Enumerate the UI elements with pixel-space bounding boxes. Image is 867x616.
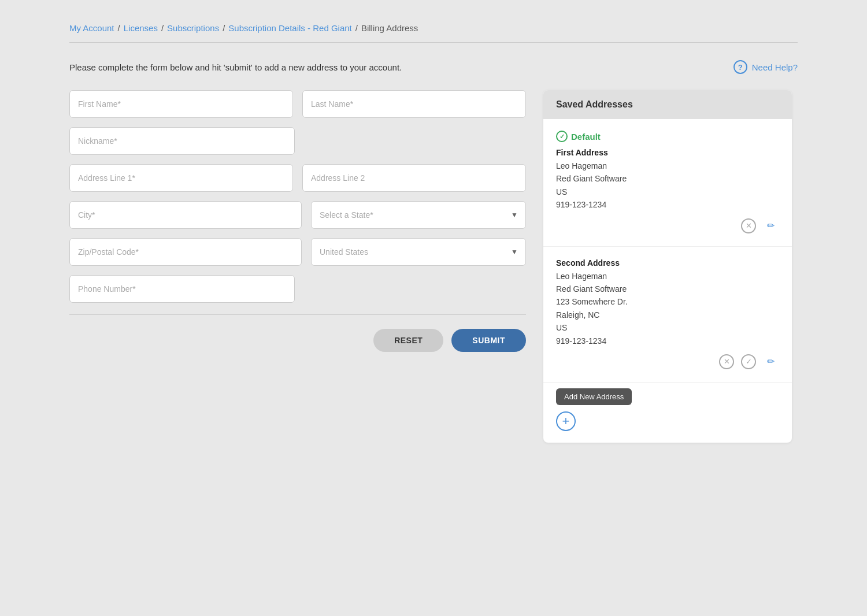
delete-icon-2: ✕ <box>719 354 734 369</box>
reset-button[interactable]: RESET <box>373 329 443 352</box>
address-row <box>69 164 526 192</box>
address-1-country: US <box>556 185 779 198</box>
address-2-delete-button[interactable]: ✕ <box>718 353 735 370</box>
add-new-wrapper: Add New Address + <box>543 383 792 443</box>
add-new-address-button[interactable]: + <box>556 411 576 431</box>
address-card-1: ✓ Default First Address Leo Hageman Red … <box>543 119 792 247</box>
breadcrumb-divider <box>69 42 798 43</box>
address-2-city: Raleigh, NC <box>556 309 779 321</box>
country-wrapper: United States ▼ <box>311 238 526 266</box>
address-2-company: Red Giant Software <box>556 283 779 295</box>
add-circle-icon: + <box>556 411 576 431</box>
phone-input[interactable] <box>69 275 295 303</box>
address-2-name: Second Address <box>556 258 779 268</box>
zip-country-row: United States ▼ <box>69 238 526 266</box>
need-help-button[interactable]: ? Need Help? <box>733 60 798 74</box>
address1-input[interactable] <box>69 164 293 192</box>
state-wrapper: Select a State* ▼ <box>311 201 526 229</box>
breadcrumb-sep-3: / <box>223 23 225 33</box>
address-1-name: First Address <box>556 148 779 157</box>
description-row: Please complete the form below and hit '… <box>69 60 798 74</box>
address-2-person: Leo Hageman <box>556 270 779 283</box>
address-1-edit-button[interactable]: ✏ <box>762 217 779 235</box>
address-1-company: Red Giant Software <box>556 172 779 185</box>
help-icon: ? <box>733 60 747 74</box>
address-2-edit-button[interactable]: ✏ <box>762 353 779 370</box>
address-1-phone: 919-123-1234 <box>556 198 779 211</box>
saved-addresses-header: Saved Addresses <box>543 90 792 119</box>
main-layout: Select a State* ▼ United States ▼ <box>69 90 798 443</box>
form-divider <box>69 314 526 315</box>
breadcrumb-sep-2: / <box>161 23 164 33</box>
nickname-row <box>69 127 295 155</box>
default-label: Default <box>571 132 601 142</box>
saved-addresses-panel: Saved Addresses ✓ Default First Address … <box>543 90 792 443</box>
delete-icon: ✕ <box>741 218 756 233</box>
form-buttons: RESET SUBMIT <box>69 329 526 352</box>
breadcrumb-subscription-details[interactable]: Subscription Details - Red Giant <box>228 23 351 33</box>
city-state-row: Select a State* ▼ <box>69 201 526 229</box>
add-new-tooltip: Add New Address <box>556 388 632 405</box>
breadcrumb: My Account / Licenses / Subscriptions / … <box>69 23 798 33</box>
city-input[interactable] <box>69 201 302 229</box>
address-1-actions: ✕ ✏ <box>556 217 779 235</box>
state-select[interactable]: Select a State* <box>311 201 526 229</box>
need-help-label: Need Help? <box>752 62 798 72</box>
address-2-street: 123 Somewhere Dr. <box>556 295 779 308</box>
set-default-icon: ✓ <box>741 354 756 369</box>
default-badge: ✓ Default <box>556 131 779 142</box>
form-description: Please complete the form below and hit '… <box>69 62 402 72</box>
address-card-2: Second Address Leo Hageman Red Giant Sof… <box>543 247 792 383</box>
last-name-input[interactable] <box>302 90 526 118</box>
address-2-country: US <box>556 321 779 334</box>
breadcrumb-subscriptions[interactable]: Subscriptions <box>167 23 219 33</box>
address-2-set-default-button[interactable]: ✓ <box>740 353 757 370</box>
edit-icon-2: ✏ <box>763 354 778 369</box>
default-check-icon: ✓ <box>556 131 568 142</box>
billing-form: Select a State* ▼ United States ▼ <box>69 90 526 352</box>
nickname-input[interactable] <box>69 127 295 155</box>
name-row <box>69 90 526 118</box>
breadcrumb-current: Billing Address <box>361 23 418 33</box>
address2-input[interactable] <box>302 164 526 192</box>
first-name-input[interactable] <box>69 90 293 118</box>
phone-row <box>69 275 295 303</box>
breadcrumb-licenses[interactable]: Licenses <box>124 23 158 33</box>
address-2-actions: ✕ ✓ ✏ <box>556 353 779 370</box>
address-2-phone: 919-123-1234 <box>556 335 779 347</box>
breadcrumb-sep-1: / <box>118 23 120 33</box>
edit-icon: ✏ <box>763 218 778 233</box>
breadcrumb-my-account[interactable]: My Account <box>69 23 114 33</box>
saved-addresses-body: ✓ Default First Address Leo Hageman Red … <box>543 119 792 443</box>
country-select[interactable]: United States <box>311 238 526 266</box>
address-1-person: Leo Hageman <box>556 159 779 172</box>
breadcrumb-sep-4: / <box>355 23 358 33</box>
address-1-delete-button[interactable]: ✕ <box>740 217 757 235</box>
zip-input[interactable] <box>69 238 302 266</box>
submit-button[interactable]: SUBMIT <box>451 329 526 352</box>
